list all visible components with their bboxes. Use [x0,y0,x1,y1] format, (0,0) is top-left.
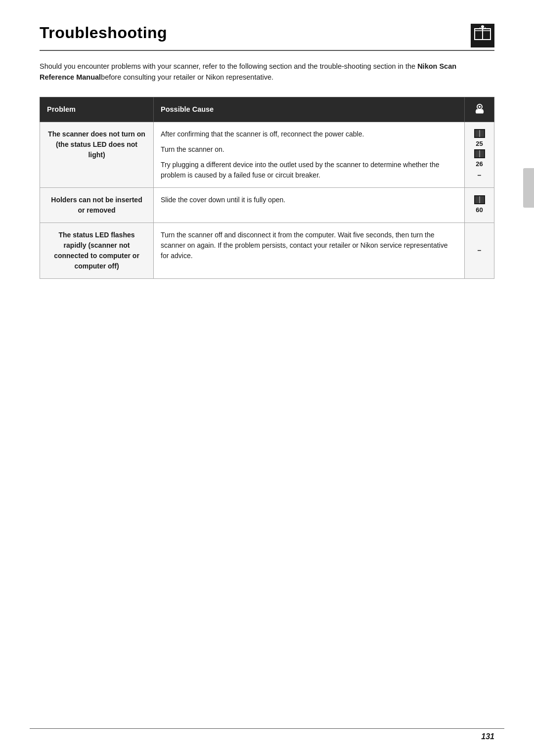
svg-rect-17 [475,196,479,203]
ref-cell-3: – [465,222,494,278]
cause-cell-2: Slide the cover down until it is fully o… [154,187,465,222]
cause-1-2: Turn the scanner on. [161,144,457,155]
cause-list-3: Turn the scanner off and disconnect it f… [161,230,457,261]
problem-cell-2: Holders can not be inserted or removed [40,187,154,222]
cause-cell-3: Turn the scanner off and disconnect it f… [154,222,465,278]
ref-cell-1: 25 26 – [465,122,494,187]
ref-dash-3: – [478,245,482,256]
ref-header-icon [473,102,486,115]
scrollbar-tab[interactable] [523,168,534,208]
table-row: The status LED flashes rapidly (scanner … [40,222,494,278]
book-icon-60 [474,195,485,204]
problem-text-2: Holders can not be inserted or removed [51,196,142,214]
ref-block-2: 60 [472,195,487,215]
page-container: Troubleshooting Should you encounter pro… [0,0,534,756]
intro-paragraph: Should you encounter problems with your … [40,61,465,83]
svg-rect-9 [475,130,479,137]
cause-1-3: Try plugging a different device into the… [161,160,457,180]
problem-text-3: The status LED flashes rapidly (scanner … [54,231,139,270]
table-row: The scanner does not turn on (the status… [40,122,494,187]
book-icon-26 [474,149,485,158]
svg-rect-14 [480,150,484,157]
cause-list-1: After confirming that the scanner is off… [161,129,457,180]
col-header-cause: Possible Cause [154,97,465,122]
problem-cell-1: The scanner does not turn on (the status… [40,122,154,187]
svg-rect-18 [480,196,484,203]
problem-text-1: The scanner does not turn on (the status… [48,130,145,159]
col-header-ref [465,97,494,122]
cause-2-1: Slide the cover down until it is fully o… [161,195,457,205]
ref-dash-1: – [478,170,482,180]
page-title: Troubleshooting [40,24,494,42]
intro-text-before: Should you encounter problems with your … [40,62,417,70]
ref-block-1: 25 26 – [472,129,487,180]
cause-list-2: Slide the cover down until it is fully o… [161,195,457,205]
col-header-problem: Problem [40,97,154,122]
ref-number-26: 26 [476,159,483,169]
svg-rect-13 [475,150,479,157]
cause-1-1: After confirming that the scanner is off… [161,129,457,139]
title-rule [40,50,494,51]
ref-block-3: – [472,245,487,256]
ref-number-25: 25 [476,139,483,149]
troubleshooting-table: Problem Possible Cause The scanner does [40,97,494,279]
intro-text-after: before consulting your retailer or Nikon… [101,73,273,81]
svg-point-5 [481,25,484,28]
ref-cell-2: 60 [465,187,494,222]
cause-3-1: Turn the scanner off and disconnect it f… [161,230,457,261]
page-number: 131 [481,732,494,741]
problem-cell-3: The status LED flashes rapidly (scanner … [40,222,154,278]
bottom-rule [30,728,504,729]
corner-book-icon [471,24,494,47]
svg-point-7 [479,106,481,108]
svg-rect-10 [480,130,484,137]
book-icon-25 [474,129,485,138]
corner-icon-area [471,24,494,47]
table-row: Holders can not be inserted or removed S… [40,187,494,222]
cause-cell-1: After confirming that the scanner is off… [154,122,465,187]
ref-number-60: 60 [476,205,483,215]
